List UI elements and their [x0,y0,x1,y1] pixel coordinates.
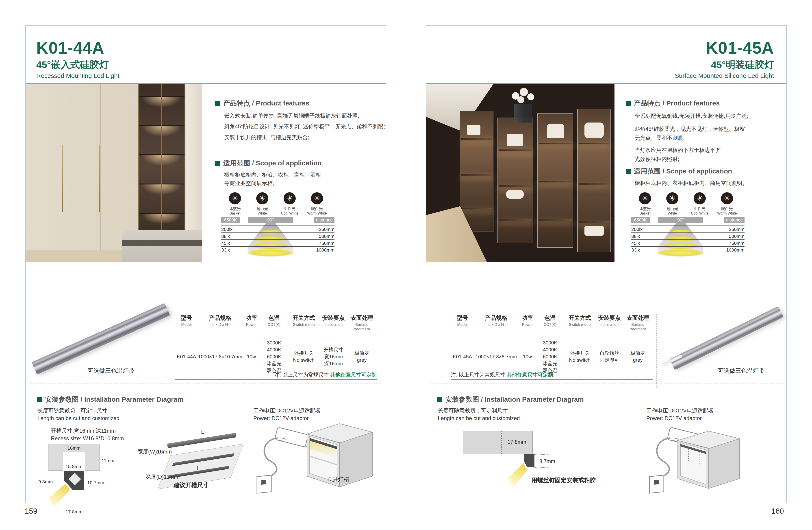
page-number-right: 160 [771,507,784,515]
distance-bar: distance [724,217,744,223]
cabinet-diagram: 卡进灯槽 [304,420,376,491]
color-temp-item: 超白光 White [249,192,276,215]
lux-value: 33lx [221,247,230,253]
board-depth-label: 深度(D)11mm [145,473,178,480]
product-title-cn: 45°嵌入式硅胶灯 [36,60,119,70]
spec-cell-model: K01-44A [175,353,198,360]
features-heading: 产品特点 / Product features [626,99,720,108]
distance-value: 250mm [319,227,334,232]
spec-cell-install: 自攻螺丝 固定即可 [596,350,623,363]
divider-dashed-vertical [656,314,657,388]
flowers [507,85,536,104]
lux-value: 45lx [631,240,640,246]
features-text: 全系标配无氧铜线,无须开槽,安装便捷,用途广泛; [635,112,783,121]
page-header: K01-45A 45°明装硅胶灯 Surface Mounted Silicon… [675,40,774,79]
floor [26,250,125,262]
distance-value: 500mm [319,234,334,239]
cct-bar: 6500K [631,217,650,223]
panel-diagram: 17.8mm 8.7mm [463,428,566,495]
features-text: 斜角45°防炫目设计, 见光不见灯, 迷你型极窄、无光点、柔和不刺眼; [224,122,386,131]
lux-value: 88lx [631,234,640,239]
scope-heading: 适用范围 / Scope of application [626,167,732,176]
photometric-row: 88lx500mm [631,233,744,239]
glass-cabinet-panel [460,111,493,232]
square-bullet-icon [37,397,42,402]
spec-header-cell: 产品规格L x D x H [474,314,518,331]
board-diagram: L L 宽度(W)16mm 深度(D)11mm 建议开槽尺寸 [136,428,241,502]
scope-heading: 适用范围 / Scope of application [215,159,321,168]
lux-value: 45lx [221,240,230,246]
distance-value: 250mm [729,227,744,232]
page-number-left: 159 [25,507,38,515]
lux-value: 88lx [221,234,230,239]
recess-note: 开槽尺寸:宽16mm,深11mm Recess size: W16.8*D10.… [51,427,124,442]
features-text: 安装于预开的槽里, 与槽边完美贴合; [224,132,386,142]
spec-cell-size: 1000×17.8×10.7mm [198,353,242,360]
profile-image [664,305,780,373]
adaptor-diagram [249,424,311,498]
door-handle [62,144,63,212]
product-photo [26,84,202,262]
wardrobe-doors [26,84,138,262]
square-bullet-icon [437,397,442,402]
spec-cell-power: 10w [518,353,536,360]
color-temp-item: 中性光 Cool White [276,192,303,215]
section-divider-dashed [431,383,782,383]
cct-bar: 6500K [221,217,240,223]
board-caption: 建议开槽尺寸 [174,481,209,489]
square-bullet-icon [215,101,220,106]
photometric-row: 200lx250mm [631,225,744,233]
spec-cell-switch: 外接开关 No switch [564,350,596,363]
photometric-row: 33lx1000mm [221,246,334,253]
install-heading: 安装参数图 / Installation Parameter Diagram [37,395,184,404]
light-beam [508,463,527,489]
spec-cell-surface: 极简灰 grey [347,350,377,363]
profile-bar [669,306,784,370]
dim-label: 17.8mm [62,509,86,515]
door-handle [99,144,100,212]
spec-cell-install: 开槽尺寸 宽16mm 深16mm [320,346,347,367]
color-temp-item: 暖白光 Warm White [713,192,741,215]
spec-header-cell: 型号Model [451,314,474,331]
sun-icon [669,195,676,202]
color-temp-item: 超白光 White [659,192,686,215]
spec-header-cell: 安装要点Installation [596,314,623,331]
dim-label: 8.7mm [539,458,555,464]
product-title-cn: 45°明装硅胶灯 [675,60,774,70]
beam-angle-bar: 90° [658,217,703,223]
cabinet-label: 卡进灯槽 [326,476,349,484]
distance-value: 750mm [319,240,334,246]
distance-value: 500mm [729,234,744,239]
image-caption: 可选做三色温灯带 [74,367,148,375]
features-text: 嵌入式安装,简单便捷, 高端无氧铜端子线极简灰铝面处理; [224,111,386,121]
model-title: K01-45A [675,40,774,56]
dim-label: 9.8mm [38,479,53,485]
spec-header-cell: 功率Power [242,314,261,331]
photometric-row: 200lx250mm [221,225,334,233]
photometric-row: 45lx750mm [631,239,744,246]
sun-icon [232,195,238,202]
sun-icon [286,195,293,202]
model-title: K01-44A [36,40,119,56]
spec-header-cell: 型号Model [175,314,198,331]
glass-cabinet-panel [577,109,611,252]
photometric-row: 33lx1000mm [631,246,744,253]
spec-header-cell: 开关方式Switch mode [288,314,320,331]
glass-cabinet-panel [537,113,573,248]
length-note: 长度可随意裁切，可定制尺寸 Length can be cut and cust… [438,407,520,422]
light-beam [49,484,70,508]
section-divider-dashed [30,383,381,383]
photometric-table: 6500K 90° distance 200lx250mm 88lx500mm … [631,217,744,255]
spec-cell-cct: 3000K 4000K 6000K 冰蓝光 双色温 [261,339,288,374]
screw-note: 用螺丝钉固定安装或粘胶 [532,476,596,484]
board-width-label: 宽度(W)16mm [137,448,172,455]
sun-icon [642,195,648,202]
distance-bar: distance [314,217,334,223]
sun-icon [259,195,266,202]
page-header: K01-44A 45°嵌入式硅胶灯 Recessed Mounting Led … [36,40,119,79]
dim-label: 10.7mm [87,480,104,485]
spec-table: 型号Model 产品规格L x D x H 功率Power 色温CCT(K) 开… [451,314,653,380]
sun-icon [724,195,730,202]
spec-cell-model: K01-45A [451,353,474,360]
square-bullet-icon [215,161,220,166]
